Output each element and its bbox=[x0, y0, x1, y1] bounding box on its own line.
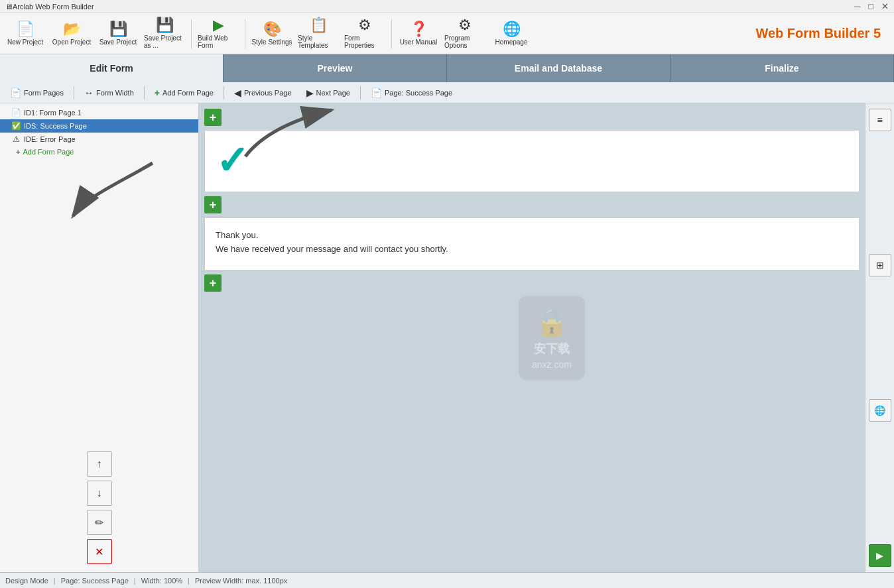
save-as-label: Save Project as ... bbox=[144, 34, 185, 49]
previous-page-label: Previous Page bbox=[244, 89, 292, 97]
right-panel: ≡ ⊞ 🌐 ▶ bbox=[865, 103, 894, 572]
thank-you-line2: We have received your message and will c… bbox=[216, 243, 448, 257]
form-page-1-label: ID1: Form Page 1 bbox=[24, 109, 82, 117]
status-mode: Design Mode bbox=[5, 577, 48, 585]
close-button[interactable]: ✕ bbox=[881, 1, 889, 11]
build-web-form-button[interactable]: ▶ Build Web Form bbox=[196, 15, 241, 52]
add-section-row-middle: + bbox=[204, 196, 860, 213]
subtoolbar-divider-3 bbox=[224, 86, 224, 99]
web-preview-button[interactable]: 🌐 bbox=[869, 399, 891, 422]
add-form-page-label: Add Form Page bbox=[162, 89, 214, 97]
add-section-row-bottom: + bbox=[204, 274, 860, 292]
form-width-button[interactable]: ↔ Form Width bbox=[78, 85, 140, 101]
move-down-button[interactable]: ↓ bbox=[87, 481, 112, 506]
add-section-top-button[interactable]: + bbox=[204, 109, 222, 126]
delete-button[interactable]: ✕ bbox=[87, 539, 112, 564]
watermark-box: 🔒 安下载 anxz.com bbox=[519, 296, 585, 380]
status-width: Width: 100% bbox=[141, 577, 182, 585]
program-options-label: Program Options bbox=[444, 34, 485, 49]
title-bar: 🖥 Arclab Web Form Builder ─ □ ✕ bbox=[0, 0, 894, 13]
current-page-indicator: 📄 Page: Success Page bbox=[365, 85, 458, 101]
next-page-button[interactable]: ▶ Next Page bbox=[300, 85, 356, 101]
app-branding: Web Form Builder 5 bbox=[755, 26, 891, 41]
style-templates-icon: 📋 bbox=[310, 18, 328, 32]
properties-list-button[interactable]: ≡ bbox=[869, 109, 891, 131]
tree-item-form-page-1[interactable]: 📄 ID1: Form Page 1 bbox=[0, 106, 198, 119]
form-properties-button[interactable]: ⚙ Form Properties bbox=[342, 15, 387, 52]
style-templates-button[interactable]: 📋 Style Templates bbox=[296, 15, 341, 52]
tree-item-error-page[interactable]: ⚠ IDE: Error Page bbox=[0, 133, 198, 146]
success-page-label: IDS: Success Page bbox=[24, 122, 87, 130]
form-properties-label: Form Properties bbox=[344, 34, 385, 49]
arrow-annotation-1 bbox=[66, 156, 199, 278]
tab-finalize[interactable]: Finalize bbox=[670, 54, 894, 82]
play-button[interactable]: ▶ bbox=[869, 544, 891, 567]
status-sep-3: | bbox=[188, 577, 190, 585]
add-form-page-tree-button[interactable]: + Add Form Page bbox=[0, 146, 198, 158]
save-as-icon: 💾 bbox=[156, 18, 174, 32]
form-width-icon: ↔ bbox=[84, 88, 94, 98]
save-project-as-button[interactable]: 💾 Save Project as ... bbox=[142, 15, 187, 52]
toolbar-divider-2 bbox=[245, 19, 245, 48]
app-icon: 🖥 bbox=[5, 3, 13, 11]
tab-email-database-label: Email and Database bbox=[515, 63, 602, 74]
tab-email-database[interactable]: Email and Database bbox=[447, 54, 670, 82]
sidebar: 📄 ID1: Form Page 1 ✅ IDS: Success Page ⚠… bbox=[0, 103, 199, 572]
grid-view-button[interactable]: ⊞ bbox=[869, 254, 891, 276]
properties-list-icon: ≡ bbox=[877, 115, 882, 125]
minimize-button[interactable]: ─ bbox=[854, 1, 860, 11]
save-project-button[interactable]: 💾 Save Project bbox=[96, 15, 141, 52]
build-label: Build Web Form bbox=[198, 34, 239, 49]
new-project-icon: 📄 bbox=[17, 22, 34, 36]
tab-preview-label: Preview bbox=[318, 63, 353, 74]
add-form-page-button[interactable]: + Add Form Page bbox=[149, 85, 220, 101]
error-page-icon: ⚠ bbox=[11, 135, 21, 144]
play-icon: ▶ bbox=[876, 550, 883, 561]
status-bar: Design Mode | Page: Success Page | Width… bbox=[0, 572, 894, 588]
watermark-icon: 🔒 bbox=[535, 306, 568, 337]
tree-item-success-page[interactable]: ✅ IDS: Success Page bbox=[0, 119, 198, 133]
form-pages-button[interactable]: 📄 Form Pages bbox=[4, 85, 70, 101]
subtoolbar: 📄 Form Pages ↔ Form Width + Add Form Pag… bbox=[0, 82, 894, 103]
tab-edit-form[interactable]: Edit Form bbox=[0, 54, 224, 82]
page-doc-icon: 📄 bbox=[371, 88, 382, 98]
save-project-icon: 💾 bbox=[109, 22, 127, 36]
style-settings-label: Style Settings bbox=[251, 38, 292, 46]
homepage-button[interactable]: 🌐 Homepage bbox=[489, 15, 534, 52]
new-project-button[interactable]: 📄 New Project bbox=[3, 15, 48, 52]
add-form-page-icon: + bbox=[155, 88, 160, 98]
app-version: 5 bbox=[873, 26, 881, 40]
form-page-1-icon: 📄 bbox=[11, 108, 21, 117]
open-project-icon: 📂 bbox=[63, 22, 81, 36]
delete-icon: ✕ bbox=[95, 546, 103, 558]
user-manual-icon: ❓ bbox=[410, 22, 428, 36]
move-up-button[interactable]: ↑ bbox=[87, 451, 112, 477]
add-section-middle-button[interactable]: + bbox=[204, 196, 222, 213]
build-icon: ▶ bbox=[213, 18, 224, 32]
previous-page-button[interactable]: ◀ Previous Page bbox=[228, 85, 298, 101]
edit-button[interactable]: ✏ bbox=[87, 510, 112, 535]
style-settings-button[interactable]: 🎨 Style Settings bbox=[249, 15, 294, 52]
tab-preview[interactable]: Preview bbox=[224, 54, 447, 82]
style-settings-icon: 🎨 bbox=[263, 22, 281, 36]
add-section-bottom-button[interactable]: + bbox=[204, 274, 222, 292]
program-options-button[interactable]: ⚙ Program Options bbox=[442, 15, 487, 52]
toolbar: 📄 New Project 📂 Open Project 💾 Save Proj… bbox=[0, 13, 894, 54]
style-templates-label: Style Templates bbox=[298, 34, 339, 49]
subtoolbar-divider-4 bbox=[360, 86, 361, 99]
move-up-icon: ↑ bbox=[97, 458, 102, 470]
user-manual-button[interactable]: ❓ User Manual bbox=[396, 15, 441, 52]
subtoolbar-divider-1 bbox=[74, 86, 74, 99]
form-properties-icon: ⚙ bbox=[358, 18, 371, 32]
add-icon: + bbox=[16, 148, 20, 156]
next-page-icon: ▶ bbox=[306, 88, 314, 98]
checkmark-display: ✓ bbox=[216, 141, 249, 181]
form-pages-label: Form Pages bbox=[24, 89, 64, 97]
app-title: Arclab Web Form Builder bbox=[13, 3, 94, 11]
maximize-button[interactable]: □ bbox=[868, 1, 873, 11]
main-tab-bar: Edit Form Preview Email and Database Fin… bbox=[0, 54, 894, 82]
previous-page-icon: ◀ bbox=[234, 88, 241, 98]
open-project-button[interactable]: 📂 Open Project bbox=[49, 15, 94, 52]
save-project-label: Save Project bbox=[99, 38, 137, 46]
subtoolbar-divider-2 bbox=[144, 86, 145, 99]
